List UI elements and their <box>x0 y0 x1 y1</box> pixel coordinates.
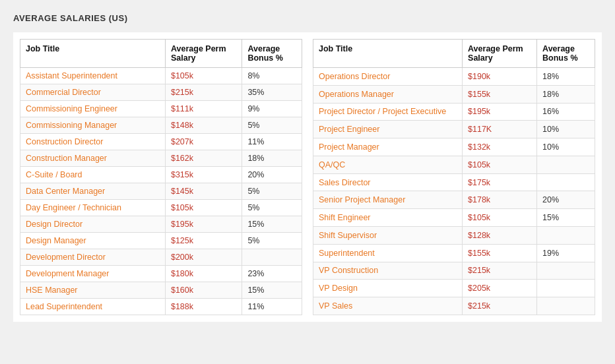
job-link[interactable]: Commissioning Manager <box>26 121 117 130</box>
table-row: Commissioning Engineer $111k 9% <box>20 101 302 117</box>
job-link[interactable]: Superintendent <box>319 249 375 258</box>
table-row: Lead Superintendent $188k 11% <box>20 299 302 315</box>
salary-cell: $155k <box>463 244 537 262</box>
job-title-cell[interactable]: Commercial Director <box>20 84 166 101</box>
job-link[interactable]: Development Director <box>26 253 106 262</box>
job-title-cell[interactable]: Shift Engineer <box>313 209 463 227</box>
job-link[interactable]: Commissioning Engineer <box>26 104 117 113</box>
job-link[interactable]: Shift Supervisor <box>319 231 377 240</box>
job-title-cell[interactable]: Project Manager <box>313 138 463 156</box>
job-link[interactable]: Lead Superintendent <box>26 302 102 311</box>
salary-cell: $145k <box>165 183 242 200</box>
table-row: VP Sales $215k <box>313 297 595 315</box>
job-title-cell[interactable]: Data Center Manager <box>20 183 166 200</box>
salary-cell: $180k <box>165 266 242 282</box>
bonus-cell: 15% <box>537 209 595 227</box>
job-title-cell[interactable]: QA/QC <box>313 156 463 173</box>
bonus-cell: 35% <box>242 84 302 101</box>
job-title-cell[interactable]: Development Director <box>20 249 166 266</box>
job-link[interactable]: Operations Director <box>319 72 390 81</box>
job-link[interactable]: VP Sales <box>319 301 352 311</box>
salary-cell: $207k <box>165 134 242 150</box>
job-title-cell[interactable]: Operations Director <box>313 68 463 86</box>
job-link[interactable]: Shift Engineer <box>319 213 371 222</box>
bonus-cell: 9% <box>242 101 302 117</box>
salary-cell: $200k <box>165 249 242 266</box>
job-title-cell[interactable]: Sales Director <box>313 173 463 191</box>
bonus-cell: 15% <box>242 282 302 299</box>
job-link[interactable]: Design Director <box>26 220 82 229</box>
job-title-cell[interactable]: Senior Project Manager <box>313 191 463 209</box>
salary-cell: $215k <box>165 84 242 101</box>
job-title-cell[interactable]: Construction Director <box>20 134 166 150</box>
job-link[interactable]: Construction Director <box>26 137 103 146</box>
job-title-cell[interactable]: Development Manager <box>20 266 166 282</box>
job-title-cell[interactable]: Operations Manager <box>313 85 463 103</box>
bonus-cell: 18% <box>242 150 302 167</box>
job-title-cell[interactable]: Shift Supervisor <box>313 227 463 245</box>
job-title-cell[interactable]: VP Sales <box>313 297 463 315</box>
job-title-cell[interactable]: Lead Superintendent <box>20 299 166 315</box>
job-title-cell[interactable]: Commissioning Manager <box>20 117 166 134</box>
job-link[interactable]: VP Design <box>319 284 358 293</box>
job-link[interactable]: Development Manager <box>26 269 109 278</box>
table-row: Operations Director $190k 18% <box>313 68 595 86</box>
job-link[interactable]: Day Engineer / Technician <box>26 203 121 212</box>
job-link[interactable]: Commercial Director <box>26 88 101 97</box>
job-link[interactable]: QA/QC <box>319 160 345 169</box>
job-title-cell[interactable]: Construction Manager <box>20 150 166 167</box>
job-title-cell[interactable]: C-Suite / Board <box>20 167 166 183</box>
bonus-cell <box>537 156 595 173</box>
job-link[interactable]: Senior Project Manager <box>319 195 405 204</box>
table-row: Data Center Manager $145k 5% <box>20 183 302 200</box>
job-link[interactable]: Construction Manager <box>26 154 107 163</box>
job-link[interactable]: Sales Director <box>319 178 371 187</box>
salary-cell: $205k <box>463 280 537 297</box>
table-row: Commissioning Manager $148k 5% <box>20 117 302 134</box>
job-title-cell[interactable]: Day Engineer / Technician <box>20 200 166 216</box>
table-row: Superintendent $155k 19% <box>313 244 595 262</box>
job-title-cell[interactable]: VP Construction <box>313 262 463 280</box>
job-title-cell[interactable]: Design Director <box>20 216 166 233</box>
job-link[interactable]: Project Manager <box>319 142 379 152</box>
job-title-cell[interactable]: Assistant Superintendent <box>20 68 166 84</box>
bonus-cell: 15% <box>242 216 302 233</box>
job-link[interactable]: Data Center Manager <box>26 187 105 196</box>
bonus-cell: 18% <box>537 68 595 86</box>
bonus-cell <box>537 227 595 245</box>
job-link[interactable]: HSE Manager <box>26 286 78 295</box>
salary-cell: $188k <box>165 299 242 315</box>
job-title-cell[interactable]: Commissioning Engineer <box>20 101 166 117</box>
salary-cell: $111k <box>165 101 242 117</box>
job-title-cell[interactable]: Project Engineer <box>313 121 463 138</box>
job-link[interactable]: Operations Manager <box>319 90 394 99</box>
salary-cell: $105k <box>165 68 242 84</box>
bonus-cell <box>537 297 595 315</box>
salary-cell: $215k <box>463 297 537 315</box>
bonus-cell: 5% <box>242 200 302 216</box>
job-title-cell[interactable]: Design Manager <box>20 233 166 249</box>
table-row: Project Engineer $117K 10% <box>313 121 595 138</box>
table-row: Project Director / Project Executive $19… <box>313 103 595 121</box>
job-title-cell[interactable]: Project Director / Project Executive <box>313 103 463 121</box>
table-row: Operations Manager $155k 18% <box>313 85 595 103</box>
job-link[interactable]: Assistant Superintendent <box>26 71 117 80</box>
salary-cell: $160k <box>165 282 242 299</box>
job-link[interactable]: Design Manager <box>26 236 86 245</box>
salary-cell: $315k <box>165 167 242 183</box>
job-title-cell[interactable]: VP Design <box>313 280 463 297</box>
job-link[interactable]: Project Engineer <box>319 125 379 134</box>
job-link[interactable]: VP Construction <box>319 266 378 275</box>
table-row: QA/QC $105k <box>313 156 595 173</box>
job-title-cell[interactable]: HSE Manager <box>20 282 166 299</box>
table2-header-job: Job Title <box>313 40 463 68</box>
salary-cell: $178k <box>463 191 537 209</box>
table2-header-bonus: Average Bonus % <box>537 40 595 68</box>
table-row: Assistant Superintendent $105k 8% <box>20 68 302 84</box>
table-row: Development Manager $180k 23% <box>20 266 302 282</box>
job-link[interactable]: C-Suite / Board <box>26 170 82 179</box>
job-title-cell[interactable]: Superintendent <box>313 244 463 262</box>
salary-cell: $128k <box>463 227 537 245</box>
job-link[interactable]: Project Director / Project Executive <box>319 107 446 116</box>
salary-cell: $195k <box>165 216 242 233</box>
